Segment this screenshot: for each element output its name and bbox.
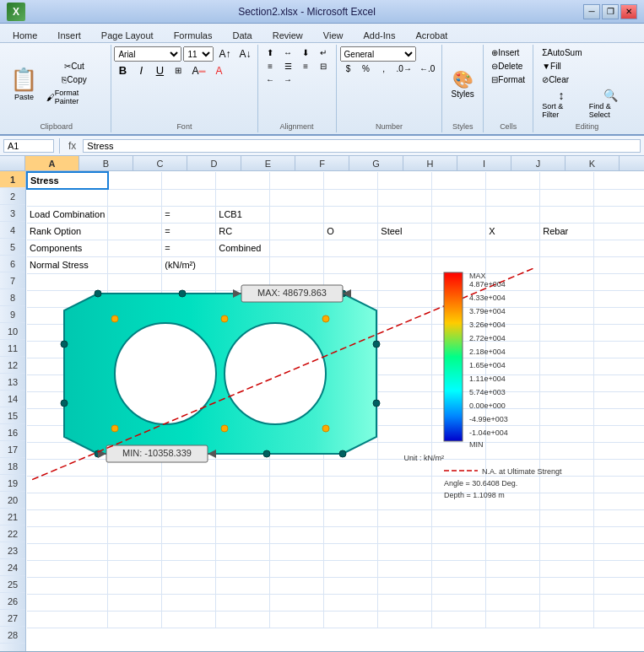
font-color-button[interactable]: A <box>210 63 227 78</box>
cell-C4[interactable]: = <box>162 223 216 240</box>
decrease-font-button[interactable]: A↓ <box>235 46 254 62</box>
tab-acrobat[interactable]: Acrobat <box>406 28 457 42</box>
format-painter-button[interactable]: 🖌Format Painter <box>43 87 106 107</box>
cell-F3[interactable] <box>324 206 378 223</box>
col-header-G[interactable]: G <box>349 156 403 170</box>
align-center-button[interactable]: ☰ <box>279 60 296 73</box>
align-bottom-button[interactable]: ⬇ <box>297 46 314 59</box>
delete-cells-button[interactable]: ⊖Delete <box>488 60 526 73</box>
row-header-18[interactable]: 18 <box>0 458 25 475</box>
col-header-K[interactable]: K <box>566 156 620 170</box>
percent-button[interactable]: % <box>358 62 375 75</box>
col-header-H[interactable]: H <box>403 156 457 170</box>
cut-button[interactable]: ✂Cut <box>43 60 106 73</box>
format-cells-button[interactable]: ⊟Format <box>488 73 528 86</box>
cell-B1[interactable] <box>108 172 162 189</box>
cell-H5[interactable] <box>432 240 486 256</box>
increase-decimal-button[interactable]: .0→ <box>393 62 415 75</box>
align-middle-button[interactable]: ↔ <box>279 46 296 59</box>
cell-E1[interactable] <box>270 172 324 189</box>
cell-K3[interactable] <box>594 206 644 223</box>
row-header-11[interactable]: 11 <box>0 340 25 357</box>
tab-formulas[interactable]: Formulas <box>165 28 222 42</box>
underline-button[interactable]: U <box>151 62 168 78</box>
clear-button[interactable]: ⊘ Clear <box>538 73 572 86</box>
cell-E5[interactable] <box>270 240 324 256</box>
cell-G5[interactable] <box>378 240 432 256</box>
row-header-19[interactable]: 19 <box>0 475 25 492</box>
col-header-I[interactable]: I <box>457 156 511 170</box>
italic-button[interactable]: I <box>133 62 149 78</box>
cell-K6[interactable] <box>594 256 644 273</box>
cell-F1[interactable] <box>324 172 378 189</box>
tab-data[interactable]: Data <box>223 28 261 42</box>
merge-button[interactable]: ⊟ <box>315 60 332 73</box>
cell-G1[interactable] <box>378 172 432 189</box>
cell-E4[interactable] <box>270 223 324 240</box>
cell-K5[interactable] <box>594 240 644 256</box>
cell-J4[interactable]: Rebar <box>540 223 594 240</box>
align-left-button[interactable]: ≡ <box>262 60 279 73</box>
row-header-27[interactable]: 27 <box>0 610 25 627</box>
cell-D2[interactable] <box>216 189 270 206</box>
cell-E2[interactable] <box>270 189 324 206</box>
cell-C2[interactable] <box>162 189 216 206</box>
increase-font-button[interactable]: A↑ <box>215 46 234 62</box>
col-header-A[interactable]: A <box>25 156 79 170</box>
cell-E3[interactable] <box>270 206 324 223</box>
row-header-9[interactable]: 9 <box>0 306 25 323</box>
cell-C1[interactable] <box>162 172 216 189</box>
col-header-L[interactable]: L <box>620 156 644 170</box>
row-header-28[interactable]: 28 <box>0 627 25 644</box>
row-header-12[interactable]: 12 <box>0 357 25 374</box>
cell-I2[interactable] <box>486 189 540 206</box>
row-header-22[interactable]: 22 <box>0 525 25 542</box>
cell-J2[interactable] <box>540 189 594 206</box>
align-top-button[interactable]: ⬆ <box>262 46 279 59</box>
cell-D3[interactable]: LCB1 <box>216 206 270 223</box>
cell-H1[interactable] <box>432 172 486 189</box>
row-header-4[interactable]: 4 <box>0 222 25 239</box>
cell-J5[interactable] <box>540 240 594 256</box>
find-select-button[interactable]: 🔍Find & Select <box>586 87 636 121</box>
row-header-1[interactable]: 1 <box>0 171 25 188</box>
cell-B3[interactable] <box>108 206 162 223</box>
row-header-16[interactable]: 16 <box>0 424 25 441</box>
wrap-text-button[interactable]: ↵ <box>315 46 332 59</box>
cell-D4[interactable]: RC <box>216 223 270 240</box>
cell-reference-box[interactable] <box>3 139 54 153</box>
font-name-select[interactable]: Arial <box>114 46 181 62</box>
cell-C5[interactable]: = <box>162 240 216 256</box>
cell-F4[interactable]: O <box>324 223 378 240</box>
row-header-15[interactable]: 15 <box>0 407 25 424</box>
cell-J3[interactable] <box>540 206 594 223</box>
cell-A1[interactable]: Stress <box>27 172 108 189</box>
row-header-10[interactable]: 10 <box>0 323 25 340</box>
row-header-8[interactable]: 8 <box>0 289 25 306</box>
font-size-select[interactable]: 11 <box>183 46 214 62</box>
cell-K4[interactable] <box>594 223 644 240</box>
row-header-5[interactable]: 5 <box>0 239 25 256</box>
tab-view[interactable]: View <box>314 28 353 42</box>
cell-H2[interactable] <box>432 189 486 206</box>
cell-B4[interactable] <box>108 223 162 240</box>
row-header-6[interactable]: 6 <box>0 256 25 272</box>
cell-I3[interactable] <box>486 206 540 223</box>
cell-G3[interactable] <box>378 206 432 223</box>
autosum-button[interactable]: Σ AutoSum <box>538 46 585 59</box>
indent-decrease-button[interactable]: ← <box>262 73 279 86</box>
row-header-23[interactable]: 23 <box>0 542 25 559</box>
indent-increase-button[interactable]: → <box>279 73 296 86</box>
cell-D1[interactable] <box>216 172 270 189</box>
comma-button[interactable]: , <box>376 62 392 75</box>
cell-I5[interactable] <box>486 240 540 256</box>
col-header-E[interactable]: E <box>241 156 295 170</box>
cell-G2[interactable] <box>378 189 432 206</box>
bold-button[interactable]: B <box>114 62 131 78</box>
paste-button[interactable]: 📋 Paste <box>7 64 41 104</box>
col-header-C[interactable]: C <box>133 156 187 170</box>
row-header-13[interactable]: 13 <box>0 374 25 391</box>
cell-C3[interactable]: = <box>162 206 216 223</box>
row-header-7[interactable]: 7 <box>0 272 25 289</box>
tab-page-layout[interactable]: Page Layout <box>92 28 163 42</box>
